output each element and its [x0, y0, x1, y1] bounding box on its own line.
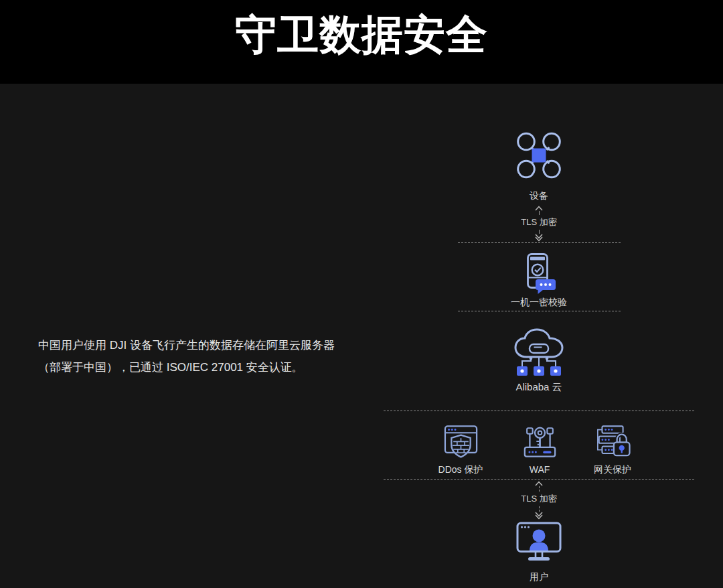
- verification-label: 一机一密校验: [492, 297, 586, 309]
- separator-dashed-4: [384, 479, 694, 480]
- tls-encryption-label-top: TLS 加密: [521, 216, 556, 228]
- device-label: 设备: [505, 190, 572, 202]
- router-key-icon: [521, 425, 559, 458]
- protection-gateway: 网关保护: [576, 425, 649, 476]
- arrow-up-icon: [534, 481, 544, 486]
- arrow-up-icon: [534, 206, 544, 211]
- separator-dashed-3: [384, 411, 694, 411]
- protection-ddos-label: DDos 保护: [438, 464, 483, 476]
- intro-line-2: （部署于中国），已通过 ISO/IEC 27001 安全认证。: [38, 356, 353, 378]
- monitor-person-icon: [515, 522, 562, 563]
- page: 守卫数据安全 中国用户使用 DJI 设备飞行产生的数据存储在阿里云服务器 （部署…: [0, 0, 723, 588]
- server-lock-icon: [594, 425, 632, 458]
- separator-dashed-2: [458, 311, 621, 311]
- user-label: 用户: [505, 571, 572, 583]
- header: 守卫数据安全: [0, 0, 723, 84]
- protection-gateway-label: 网关保护: [594, 464, 631, 476]
- tls-encryption-label-bottom: TLS 加密: [521, 493, 556, 505]
- separator-dashed-1: [458, 242, 621, 243]
- cloud-servers-icon: [509, 327, 569, 378]
- intro-paragraph: 中国用户使用 DJI 设备飞行产生的数据存储在阿里云服务器 （部署于中国），已通…: [38, 334, 353, 378]
- tls-arrow-bottom: TLS 加密: [509, 481, 569, 520]
- protection-ddos: DDos 保护: [424, 425, 497, 476]
- drone-icon: [515, 131, 563, 179]
- cloud-label: Alibaba 云: [499, 381, 579, 394]
- tls-arrow-top: TLS 加密: [509, 206, 569, 242]
- data-security-section: 中国用户使用 DJI 设备飞行产生的数据存储在阿里云服务器 （部署于中国），已通…: [0, 84, 723, 588]
- intro-line-1: 中国用户使用 DJI 设备飞行产生的数据存储在阿里云服务器: [38, 334, 353, 356]
- phone-check-bubble-icon: [520, 253, 558, 295]
- browser-shield-brick-icon: [442, 425, 480, 458]
- page-title: 守卫数据安全: [0, 0, 723, 62]
- protection-waf-label: WAF: [530, 464, 550, 475]
- protection-waf: WAF: [503, 425, 576, 475]
